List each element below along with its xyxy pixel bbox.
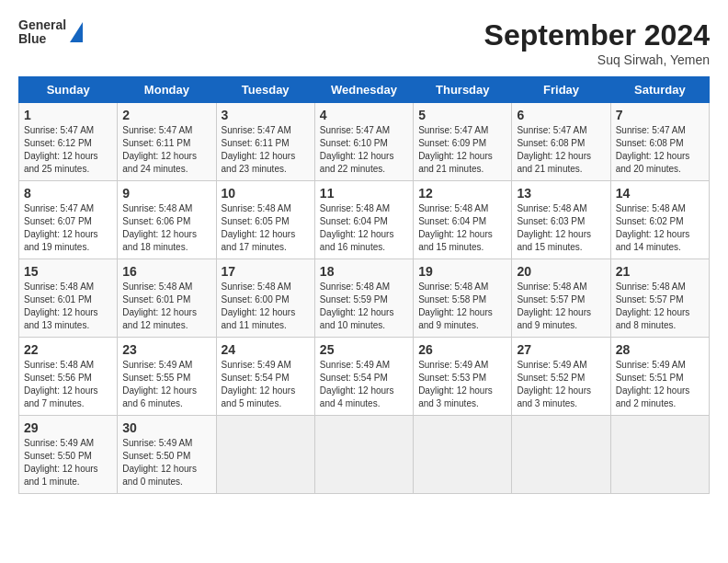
calendar-cell: 15Sunrise: 5:48 AM Sunset: 6:01 PM Dayli… — [19, 259, 118, 338]
day-number: 10 — [222, 186, 310, 201]
header-sunday: Sunday — [19, 77, 118, 103]
calendar-cell — [610, 416, 709, 494]
calendar-cell: 23Sunrise: 5:49 AM Sunset: 5:55 PM Dayli… — [118, 338, 216, 416]
day-number: 19 — [418, 264, 506, 279]
header-friday: Friday — [512, 77, 610, 103]
header-saturday: Saturday — [610, 77, 709, 103]
calendar-cell: 20Sunrise: 5:48 AM Sunset: 5:57 PM Dayli… — [512, 259, 610, 338]
day-number: 7 — [616, 108, 704, 122]
day-info: Sunrise: 5:48 AM Sunset: 6:05 PM Dayligh… — [222, 202, 310, 254]
calendar-cell — [314, 416, 413, 494]
calendar-week-row: 15Sunrise: 5:48 AM Sunset: 6:01 PM Dayli… — [19, 259, 710, 338]
page-header: General Blue September 2024 Suq Sirwah, … — [18, 18, 710, 67]
day-number: 1 — [24, 108, 112, 122]
day-info: Sunrise: 5:47 AM Sunset: 6:12 PM Dayligh… — [24, 124, 112, 176]
logo-line1: General — [18, 18, 66, 32]
day-number: 11 — [320, 186, 408, 201]
calendar-cell: 13Sunrise: 5:48 AM Sunset: 6:03 PM Dayli… — [512, 181, 610, 259]
day-number: 20 — [517, 264, 605, 279]
day-info: Sunrise: 5:47 AM Sunset: 6:08 PM Dayligh… — [517, 124, 605, 176]
calendar-table: SundayMondayTuesdayWednesdayThursdayFrid… — [18, 76, 710, 494]
calendar-cell: 28Sunrise: 5:49 AM Sunset: 5:51 PM Dayli… — [610, 338, 709, 416]
day-number: 21 — [616, 264, 704, 279]
calendar-cell: 7Sunrise: 5:47 AM Sunset: 6:08 PM Daylig… — [610, 103, 709, 181]
day-info: Sunrise: 5:48 AM Sunset: 6:01 PM Dayligh… — [24, 281, 112, 332]
day-info: Sunrise: 5:47 AM Sunset: 6:11 PM Dayligh… — [222, 124, 310, 176]
calendar-cell: 21Sunrise: 5:48 AM Sunset: 5:57 PM Dayli… — [610, 259, 709, 338]
calendar-week-row: 29Sunrise: 5:49 AM Sunset: 5:50 PM Dayli… — [19, 416, 710, 494]
calendar-cell: 27Sunrise: 5:49 AM Sunset: 5:52 PM Dayli… — [512, 338, 610, 416]
day-info: Sunrise: 5:48 AM Sunset: 6:06 PM Dayligh… — [122, 202, 210, 254]
day-info: Sunrise: 5:48 AM Sunset: 6:01 PM Dayligh… — [122, 281, 210, 332]
calendar-header-row: SundayMondayTuesdayWednesdayThursdayFrid… — [19, 77, 710, 103]
calendar-cell — [414, 416, 512, 494]
day-info: Sunrise: 5:48 AM Sunset: 6:04 PM Dayligh… — [418, 202, 506, 254]
calendar-cell: 17Sunrise: 5:48 AM Sunset: 6:00 PM Dayli… — [216, 259, 314, 338]
day-number: 13 — [517, 186, 605, 201]
day-info: Sunrise: 5:49 AM Sunset: 5:53 PM Dayligh… — [418, 359, 506, 410]
header-thursday: Thursday — [414, 77, 512, 103]
calendar-cell: 19Sunrise: 5:48 AM Sunset: 5:58 PM Dayli… — [414, 259, 512, 338]
logo-line2: Blue — [18, 32, 66, 46]
calendar-cell: 5Sunrise: 5:47 AM Sunset: 6:09 PM Daylig… — [414, 103, 512, 181]
day-info: Sunrise: 5:49 AM Sunset: 5:50 PM Dayligh… — [24, 437, 112, 488]
calendar-cell: 6Sunrise: 5:47 AM Sunset: 6:08 PM Daylig… — [512, 103, 610, 181]
calendar-week-row: 8Sunrise: 5:47 AM Sunset: 6:07 PM Daylig… — [19, 181, 710, 259]
day-info: Sunrise: 5:48 AM Sunset: 5:56 PM Dayligh… — [24, 359, 112, 410]
day-number: 25 — [320, 342, 408, 357]
day-info: Sunrise: 5:48 AM Sunset: 6:00 PM Dayligh… — [222, 281, 310, 332]
day-number: 2 — [122, 108, 210, 122]
day-number: 5 — [418, 108, 506, 122]
day-info: Sunrise: 5:48 AM Sunset: 6:03 PM Dayligh… — [517, 202, 605, 254]
calendar-week-row: 22Sunrise: 5:48 AM Sunset: 5:56 PM Dayli… — [19, 338, 710, 416]
day-number: 15 — [24, 264, 112, 279]
day-info: Sunrise: 5:47 AM Sunset: 6:11 PM Dayligh… — [122, 124, 210, 176]
calendar-cell: 9Sunrise: 5:48 AM Sunset: 6:06 PM Daylig… — [118, 181, 216, 259]
day-number: 6 — [517, 108, 605, 122]
day-info: Sunrise: 5:48 AM Sunset: 5:57 PM Dayligh… — [616, 281, 704, 332]
logo-text: General Blue — [18, 18, 66, 47]
header-tuesday: Tuesday — [216, 77, 314, 103]
day-number: 27 — [517, 342, 605, 357]
calendar-cell: 4Sunrise: 5:47 AM Sunset: 6:10 PM Daylig… — [314, 103, 413, 181]
day-number: 12 — [418, 186, 506, 201]
calendar-cell — [512, 416, 610, 494]
calendar-cell: 24Sunrise: 5:49 AM Sunset: 5:54 PM Dayli… — [216, 338, 314, 416]
day-info: Sunrise: 5:49 AM Sunset: 5:51 PM Dayligh… — [616, 359, 704, 410]
day-number: 30 — [122, 420, 210, 435]
day-number: 29 — [24, 420, 112, 435]
day-number: 4 — [320, 108, 408, 122]
calendar-cell: 1Sunrise: 5:47 AM Sunset: 6:12 PM Daylig… — [19, 103, 118, 181]
day-number: 24 — [222, 342, 310, 357]
day-info: Sunrise: 5:48 AM Sunset: 6:02 PM Dayligh… — [616, 202, 704, 254]
page-subtitle: Suq Sirwah, Yemen — [484, 52, 710, 67]
header-monday: Monday — [118, 77, 216, 103]
day-number: 3 — [222, 108, 310, 122]
day-info: Sunrise: 5:47 AM Sunset: 6:09 PM Dayligh… — [418, 124, 506, 176]
calendar-cell: 12Sunrise: 5:48 AM Sunset: 6:04 PM Dayli… — [414, 181, 512, 259]
day-number: 9 — [122, 186, 210, 201]
day-info: Sunrise: 5:49 AM Sunset: 5:52 PM Dayligh… — [517, 359, 605, 410]
logo-arrow-icon — [70, 22, 83, 42]
logo: General Blue — [18, 18, 83, 47]
day-info: Sunrise: 5:47 AM Sunset: 6:08 PM Dayligh… — [616, 124, 704, 176]
calendar-cell: 2Sunrise: 5:47 AM Sunset: 6:11 PM Daylig… — [118, 103, 216, 181]
day-info: Sunrise: 5:48 AM Sunset: 5:58 PM Dayligh… — [418, 281, 506, 332]
calendar-cell: 22Sunrise: 5:48 AM Sunset: 5:56 PM Dayli… — [19, 338, 118, 416]
day-info: Sunrise: 5:48 AM Sunset: 5:59 PM Dayligh… — [320, 281, 408, 332]
calendar-cell: 16Sunrise: 5:48 AM Sunset: 6:01 PM Dayli… — [118, 259, 216, 338]
day-number: 23 — [122, 342, 210, 357]
calendar-cell: 26Sunrise: 5:49 AM Sunset: 5:53 PM Dayli… — [414, 338, 512, 416]
calendar-week-row: 1Sunrise: 5:47 AM Sunset: 6:12 PM Daylig… — [19, 103, 710, 181]
calendar-cell: 25Sunrise: 5:49 AM Sunset: 5:54 PM Dayli… — [314, 338, 413, 416]
day-info: Sunrise: 5:48 AM Sunset: 6:04 PM Dayligh… — [320, 202, 408, 254]
calendar-cell — [216, 416, 314, 494]
calendar-cell: 11Sunrise: 5:48 AM Sunset: 6:04 PM Dayli… — [314, 181, 413, 259]
calendar-cell: 10Sunrise: 5:48 AM Sunset: 6:05 PM Dayli… — [216, 181, 314, 259]
day-number: 14 — [616, 186, 704, 201]
calendar-cell: 18Sunrise: 5:48 AM Sunset: 5:59 PM Dayli… — [314, 259, 413, 338]
day-info: Sunrise: 5:47 AM Sunset: 6:07 PM Dayligh… — [24, 202, 112, 254]
day-number: 18 — [320, 264, 408, 279]
day-info: Sunrise: 5:49 AM Sunset: 5:55 PM Dayligh… — [122, 359, 210, 410]
day-info: Sunrise: 5:49 AM Sunset: 5:54 PM Dayligh… — [320, 359, 408, 410]
